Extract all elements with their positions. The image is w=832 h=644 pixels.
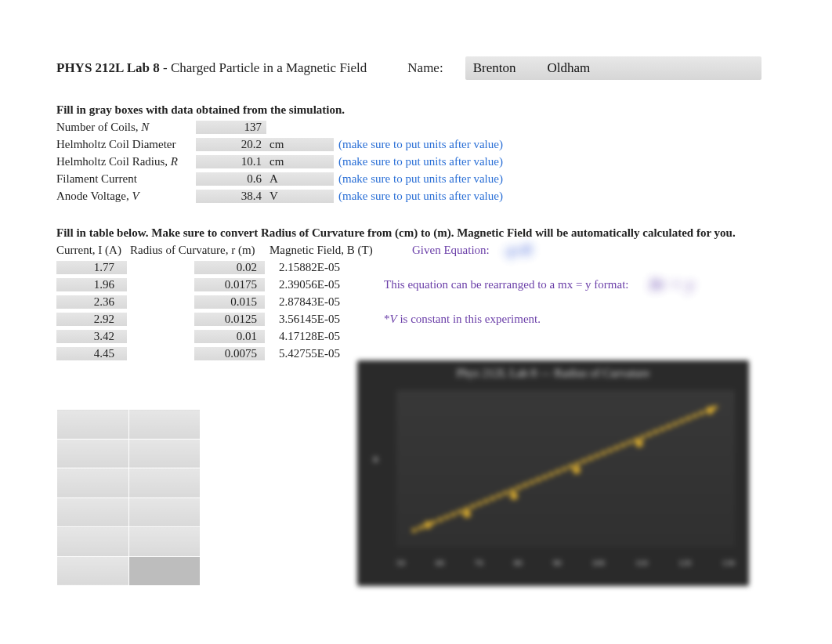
chart-xtick: 80 (514, 558, 523, 567)
chart-xticks: 5060708090100110120130 (396, 558, 735, 567)
param-unit-cell[interactable]: V (266, 190, 334, 203)
svg-point-5 (635, 440, 643, 447)
cell-radius[interactable]: 0.0175 (194, 278, 265, 291)
chart-xtick: 70 (475, 558, 483, 567)
param-unit-cell[interactable]: cm (266, 138, 334, 151)
param-row: Anode Voltage, V38.4V(make sure to put u… (56, 187, 777, 204)
table-row: 4.450.00755.42755E-05 (56, 345, 777, 362)
cell-magfield: 2.87843E-05 (279, 295, 381, 309)
svg-point-6 (706, 407, 714, 414)
cell-current[interactable]: 4.45 (56, 347, 127, 360)
equation-blurred-2: Br = y (649, 274, 695, 295)
col-header-current: Current, I (A) (56, 244, 130, 257)
course-subtitle: - Charged Particle in a Magnetic Field (160, 60, 367, 75)
page-title: PHYS 212L Lab 8 - Charged Particle in a … (56, 60, 367, 76)
param-row: Helmholtz Coil Diameter20.2cm(make sure … (56, 136, 777, 153)
param-label: Number of Coils, N (56, 121, 196, 134)
chart-xtick: 90 (553, 558, 562, 567)
table-row: 1.770.022.15882E-05 (56, 259, 777, 276)
param-value-cell[interactable]: 38.4 (196, 190, 266, 203)
course-code: PHYS 212L Lab 8 (56, 60, 160, 75)
table-row: 1.960.01752.39056E-05This equation can b… (56, 276, 777, 293)
cell-radius[interactable]: 0.01 (194, 330, 265, 343)
cell-magfield: 2.39056E-05 (279, 278, 381, 291)
chart-title: Phys 212L Lab 8 — Radius of Curvature (357, 367, 749, 380)
chart-xtick: 120 (678, 558, 692, 567)
param-row: Number of Coils, N137 (56, 118, 777, 136)
svg-point-1 (424, 521, 432, 529)
instruction-table: Fill in table below. Make sure to conver… (56, 226, 777, 240)
param-value-cell[interactable]: 0.6 (196, 172, 266, 186)
param-hint: (make sure to put units after value) (334, 190, 503, 203)
chart-xtick: 50 (396, 558, 405, 567)
table-row: 2.360.0152.87843E-05 (56, 293, 777, 310)
cell-current[interactable]: 2.36 (56, 295, 127, 309)
chart-xtick: 110 (635, 558, 648, 567)
param-value-cell[interactable]: 20.2 (196, 138, 266, 151)
name-label: Name: (407, 60, 443, 76)
param-label: Helmholtz Coil Radius, R (56, 155, 196, 168)
param-value-cell[interactable]: 137 (196, 121, 266, 134)
given-equation-label: Given Equation: (412, 244, 490, 257)
chart-xtick: 130 (722, 558, 735, 567)
table-row: 3.420.014.17128E-05 (56, 327, 777, 345)
param-value-cell[interactable]: 10.1 (196, 155, 266, 168)
param-row: Helmholtz Coil Radius, R10.1cm(make sure… (56, 153, 777, 170)
table-row: 2.920.01253.56145E-05*V is constant in t… (56, 310, 777, 327)
svg-point-2 (463, 510, 471, 518)
param-label: Anode Voltage, V (56, 190, 196, 203)
cell-radius[interactable]: 0.0075 (194, 347, 265, 360)
last-name: Oldham (547, 60, 590, 76)
chart-area: Phys 212L Lab 8 — Radius of Curvature B … (357, 360, 749, 586)
param-label: Helmholtz Coil Diameter (56, 138, 196, 151)
equation-blurred: qvB (505, 240, 532, 260)
param-hint: (make sure to put units after value) (334, 155, 503, 168)
param-hint: (make sure to put units after value) (334, 172, 503, 186)
blank-summary-grid[interactable] (56, 409, 201, 586)
svg-point-3 (510, 492, 518, 500)
svg-point-4 (573, 466, 581, 474)
cell-current[interactable]: 3.42 (56, 330, 127, 343)
svg-line-0 (412, 406, 719, 531)
cell-radius[interactable]: 0.0125 (194, 313, 265, 326)
name-field[interactable]: Brenton Oldham (465, 56, 761, 80)
chart-xtick: 100 (592, 558, 606, 567)
first-name: Brenton (473, 60, 516, 76)
rearranged-label: This equation can be rearranged to a mx … (384, 278, 629, 291)
chart-trendline (396, 390, 735, 547)
constant-note: *V is constant in this experiment. (384, 313, 541, 326)
chart-xtick: 60 (436, 558, 444, 567)
col-header-magfield: Magnetic Field, B (T) (269, 244, 409, 257)
cell-current[interactable]: 2.92 (56, 313, 127, 326)
param-unit-cell[interactable]: A (266, 172, 334, 186)
cell-magfield: 3.56145E-05 (279, 313, 381, 326)
instruction-simulation: Fill in gray boxes with data obtained fr… (56, 103, 777, 117)
cell-magfield: 4.17128E-05 (279, 330, 381, 343)
cell-radius[interactable]: 0.02 (194, 261, 265, 274)
param-row: Filament Current0.6A(make sure to put un… (56, 170, 777, 187)
chart-ylabel: B (373, 454, 378, 464)
col-header-radius: Radius of Curvature, r (m) (130, 244, 269, 257)
param-label: Filament Current (56, 172, 196, 186)
cell-radius[interactable]: 0.015 (194, 295, 265, 309)
param-hint: (make sure to put units after value) (334, 138, 503, 151)
cell-current[interactable]: 1.96 (56, 278, 127, 291)
cell-magfield: 2.15882E-05 (279, 261, 381, 274)
cell-magfield: 5.42755E-05 (279, 347, 381, 360)
cell-current[interactable]: 1.77 (56, 261, 127, 274)
param-unit-cell[interactable]: cm (266, 155, 334, 168)
